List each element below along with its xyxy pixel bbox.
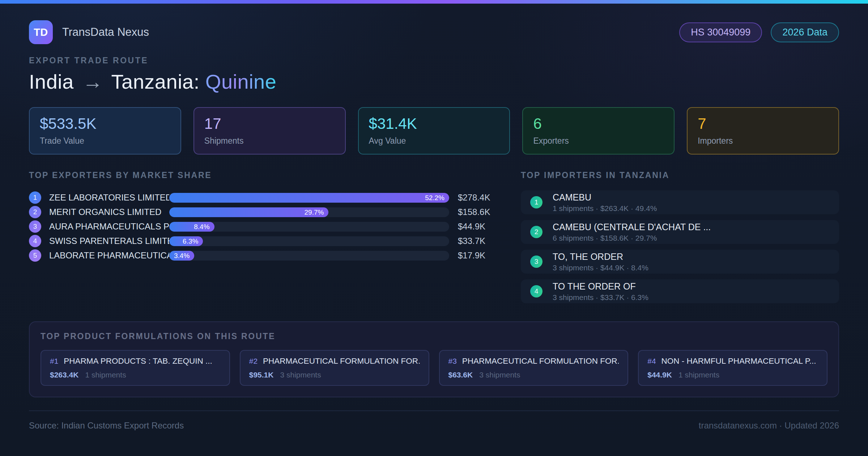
exporter-rank-badge: 2 xyxy=(29,206,41,218)
top-accent-bar xyxy=(0,0,868,4)
importer-item[interactable]: 4 TO THE ORDER OF 3 shipments · $33.7K ·… xyxy=(521,279,839,303)
market-share-bar-track: 52.2% xyxy=(169,193,449,203)
exporter-row[interactable]: 5 LABORATE PHARMACEUTICAL IN... 3.4% $17… xyxy=(29,248,494,263)
exporter-name: LABORATE PHARMACEUTICAL IN... xyxy=(49,250,169,261)
hs-code-badge[interactable]: HS 30049099 xyxy=(679,22,762,42)
market-share-bar-track: 3.4% xyxy=(169,251,449,261)
eyebrow-label: EXPORT TRADE ROUTE xyxy=(29,56,839,66)
market-share-percent: 52.2% xyxy=(425,194,444,201)
market-share-bar-track: 8.4% xyxy=(169,222,449,232)
stat-label: Importers xyxy=(698,136,828,146)
title-product: Quinine xyxy=(205,70,277,93)
product-value: $95.1K xyxy=(249,371,274,379)
exporter-name: SWISS PARENTERALS LIMITED xyxy=(49,236,169,246)
exporter-row[interactable]: 2 MERIT ORGANICS LIMITED 29.7% $158.6K xyxy=(29,205,494,219)
exporter-trade-value: $33.7K xyxy=(458,236,494,246)
stat-value: $533.5K xyxy=(40,115,170,132)
product-rank: #1 xyxy=(50,357,58,366)
stat-card: 7 Importers xyxy=(687,107,839,155)
footer: Source: Indian Customs Export Records tr… xyxy=(29,410,839,431)
product-value: $263.4K xyxy=(50,371,78,379)
exporter-trade-value: $44.9K xyxy=(458,221,494,232)
title-origin: India xyxy=(29,70,74,93)
importer-rank-badge: 2 xyxy=(530,226,542,238)
stat-value: $31.4K xyxy=(369,115,499,132)
importer-item[interactable]: 3 TO, THE ORDER 3 shipments · $44.9K · 8… xyxy=(521,250,839,274)
exporter-row[interactable]: 3 AURA PHARMACEUTICALS PRIVA... 8.4% $44… xyxy=(29,219,494,234)
importer-meta: 1 shipments · $263.4K · 49.4% xyxy=(553,204,657,213)
exporter-name: MERIT ORGANICS LIMITED xyxy=(49,207,169,217)
year-data-badge[interactable]: 2026 Data xyxy=(771,22,839,42)
footer-site: transdatanexus.com · Updated 2026 xyxy=(699,421,839,431)
stat-card: $533.5K Trade Value xyxy=(29,107,181,155)
stat-label: Trade Value xyxy=(40,136,170,146)
importer-name: CAMEBU xyxy=(553,192,657,203)
product-cards: #1 PHARMA PRODUCTS : TAB. ZEQUIN ... $26… xyxy=(41,350,827,386)
footer-source: Source: Indian Customs Export Records xyxy=(29,421,184,431)
exporter-name: AURA PHARMACEUTICALS PRIVA... xyxy=(49,221,169,232)
product-name: NON - HARMFUL PHARMACEUTICAL P... xyxy=(661,356,816,366)
importer-meta: 3 shipments · $33.7K · 6.3% xyxy=(553,293,648,302)
product-card[interactable]: #2 PHARMACEUTICAL FORMULATION FOR... $95… xyxy=(240,350,429,386)
product-card[interactable]: #4 NON - HARMFUL PHARMACEUTICAL P... $44… xyxy=(638,350,827,386)
product-name: PHARMA PRODUCTS : TAB. ZEQUIN ... xyxy=(64,356,212,366)
market-share-percent: 29.7% xyxy=(305,209,324,216)
importer-name: CAMEBU (CENTRALE D'ACHAT DE ... xyxy=(553,222,711,232)
importer-rank-badge: 1 xyxy=(530,196,542,208)
importer-rank-badge: 4 xyxy=(530,285,542,297)
importer-meta: 6 shipments · $158.6K · 29.7% xyxy=(553,233,711,242)
logo-icon: TD xyxy=(29,20,53,44)
product-shipments: 1 shipments xyxy=(678,371,719,379)
title-destination: Tanzania: xyxy=(111,70,200,93)
market-share-percent: 6.3% xyxy=(183,238,198,245)
stat-value: 17 xyxy=(204,115,335,132)
product-name: PHARMACEUTICAL FORMULATION FOR... xyxy=(263,356,420,366)
product-rank: #3 xyxy=(448,357,457,366)
arrow-icon: → xyxy=(80,70,106,93)
importer-name: TO, THE ORDER xyxy=(553,252,648,262)
product-shipments: 1 shipments xyxy=(85,371,126,379)
product-card[interactable]: #3 PHARMACEUTICAL FORMULATION FOR... $63… xyxy=(439,350,629,386)
market-share-bar-fill: 29.7% xyxy=(169,207,328,217)
exporter-rank-badge: 4 xyxy=(29,235,41,247)
market-share-bar-track: 6.3% xyxy=(169,236,449,246)
importers-list: 1 CAMEBU 1 shipments · $263.4K · 49.4% 2… xyxy=(521,190,839,303)
importer-rank-badge: 3 xyxy=(530,256,542,268)
importer-item[interactable]: 1 CAMEBU 1 shipments · $263.4K · 49.4% xyxy=(521,190,839,214)
product-card[interactable]: #1 PHARMA PRODUCTS : TAB. ZEQUIN ... $26… xyxy=(41,350,230,386)
exporters-heading: TOP EXPORTERS BY MARKET SHARE xyxy=(29,170,494,180)
stat-value: 6 xyxy=(533,115,664,132)
stat-value: 7 xyxy=(698,115,828,132)
exporter-trade-value: $278.4K xyxy=(458,193,494,203)
exporter-row[interactable]: 4 SWISS PARENTERALS LIMITED 6.3% $33.7K xyxy=(29,234,494,248)
product-rank: #2 xyxy=(249,357,258,366)
dashboard-page: TD TransData Nexus HS 30049099 2026 Data… xyxy=(0,4,868,431)
stat-card: 17 Shipments xyxy=(193,107,346,155)
exporters-list: 1 ZEE LABORATORIES LIMITED 52.2% $278.4K… xyxy=(29,190,494,263)
stat-card: $31.4K Avg Value xyxy=(358,107,510,155)
product-shipments: 3 shipments xyxy=(479,371,520,379)
importers-section: TOP IMPORTERS IN TANZANIA 1 CAMEBU 1 shi… xyxy=(521,170,839,309)
products-panel: TOP PRODUCT FORMULATIONS ON THIS ROUTE #… xyxy=(29,321,839,397)
market-share-bar-track: 29.7% xyxy=(169,207,449,217)
product-shipments: 3 shipments xyxy=(280,371,321,379)
products-heading: TOP PRODUCT FORMULATIONS ON THIS ROUTE xyxy=(41,332,827,341)
exporter-name: ZEE LABORATORIES LIMITED xyxy=(49,193,169,203)
product-value: $44.9K xyxy=(647,371,672,379)
importer-item[interactable]: 2 CAMEBU (CENTRALE D'ACHAT DE ... 6 ship… xyxy=(521,220,839,244)
header-badges: HS 30049099 2026 Data xyxy=(679,22,839,42)
stat-label: Avg Value xyxy=(369,136,499,146)
exporter-rank-badge: 3 xyxy=(29,220,41,233)
header: TD TransData Nexus HS 30049099 2026 Data xyxy=(29,20,839,44)
brand-name: TransData Nexus xyxy=(62,26,149,39)
exporter-trade-value: $17.9K xyxy=(458,250,494,261)
market-share-percent: 3.4% xyxy=(174,252,190,259)
brand: TD TransData Nexus xyxy=(29,20,149,44)
page-title: India → Tanzania: Quinine xyxy=(29,70,839,93)
market-share-percent: 8.4% xyxy=(194,223,209,230)
exporter-rank-badge: 1 xyxy=(29,191,41,204)
importers-heading: TOP IMPORTERS IN TANZANIA xyxy=(521,170,839,180)
product-value: $63.6K xyxy=(448,371,473,379)
exporter-row[interactable]: 1 ZEE LABORATORIES LIMITED 52.2% $278.4K xyxy=(29,190,494,205)
stat-card: 6 Exporters xyxy=(522,107,675,155)
